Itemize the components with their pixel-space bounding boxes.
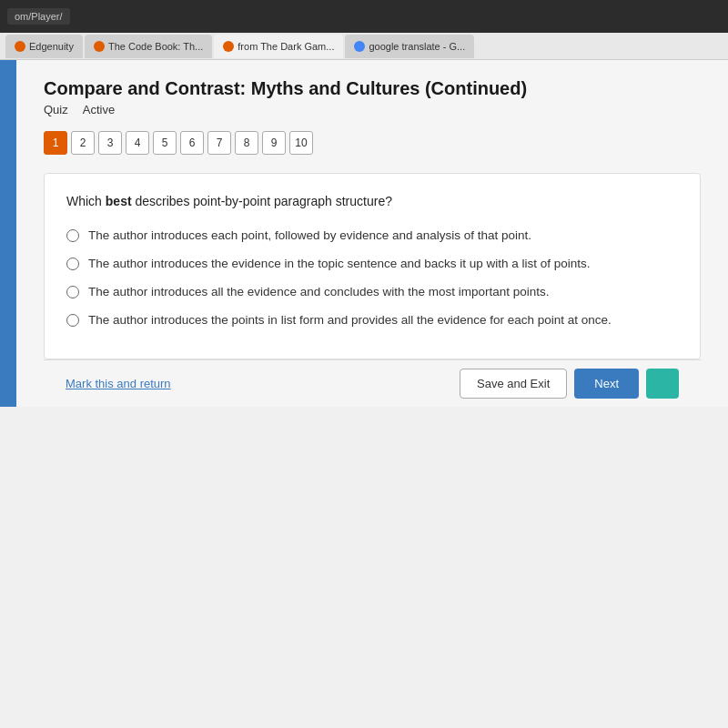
answer-option-1[interactable]: The author introduces each point, follow… [66,228,678,245]
edgenuity-icon [15,41,25,52]
radio-4[interactable] [66,314,79,327]
save-exit-button[interactable]: Save and Exit [460,369,567,399]
q-num-2[interactable]: 2 [71,131,95,155]
q-num-4[interactable]: 4 [126,131,149,155]
radio-1[interactable] [66,229,79,242]
footer-buttons: Save and Exit Next [460,369,679,399]
tab-edgenuity-label: Edgenuity [29,41,74,52]
quiz-title: Compare and Contrast: Myths and Cultures… [44,78,701,99]
tab-codebook[interactable]: The Code Book: Th... [85,35,212,58]
tab-google[interactable]: google translate - G... [345,35,474,58]
main-layout: Compare and Contrast: Myths and Cultures… [0,60,728,407]
answer-option-3[interactable]: The author introduces all the evidence a… [66,284,678,301]
radio-2[interactable] [66,258,79,270]
question-numbers: 1 2 3 4 5 6 7 8 9 10 [44,131,701,155]
teal-button[interactable] [646,369,679,399]
q-num-8[interactable]: 8 [235,131,258,155]
darkgam-icon [223,41,234,52]
answer-text-2: The author introduces the evidence in th… [88,256,591,273]
answer-text-1: The author introduces each point, follow… [88,228,531,245]
answer-text-4: The author introduces the points in list… [88,312,612,329]
tab-darkgam-label: from The Dark Gam... [238,41,334,52]
codebook-icon [94,41,105,52]
q-num-3[interactable]: 3 [98,131,122,155]
browser-bar: om/Player/ [0,0,728,33]
question-text: Which best describes point-by-point para… [66,192,678,211]
quiz-type-label: Quiz [44,103,68,116]
quiz-subtitle: Quiz Active [44,103,701,116]
tab-edgenuity[interactable]: Edgenuity [5,35,83,58]
tabs-bar: Edgenuity The Code Book: Th... from The … [0,33,728,60]
google-icon [354,41,365,52]
url-bar: om/Player/ [7,8,70,25]
left-nav [0,60,16,407]
question-box: Which best describes point-by-point para… [44,173,701,359]
q-num-7[interactable]: 7 [207,131,231,155]
q-num-9[interactable]: 9 [262,131,286,155]
answer-option-4[interactable]: The author introduces the points in list… [66,312,678,329]
tab-darkgam[interactable]: from The Dark Gam... [214,35,343,58]
q-num-5[interactable]: 5 [153,131,177,155]
quiz-container: Compare and Contrast: Myths and Cultures… [16,60,728,407]
footer-bar: Mark this and return Save and Exit Next [44,359,701,407]
answer-option-2[interactable]: The author introduces the evidence in th… [66,256,678,273]
q-num-6[interactable]: 6 [180,131,204,155]
q-num-10[interactable]: 10 [289,131,313,155]
radio-3[interactable] [66,286,79,298]
tab-google-label: google translate - G... [369,41,465,52]
question-text-post: describes point-by-point paragraph struc… [132,194,392,208]
tab-codebook-label: The Code Book: Th... [108,41,203,52]
quiz-status-label: Active [83,103,115,116]
question-bold: best [106,194,132,208]
q-num-1[interactable]: 1 [44,131,67,155]
answer-text-3: The author introduces all the evidence a… [88,284,550,301]
mark-return-link[interactable]: Mark this and return [66,377,171,390]
next-button[interactable]: Next [574,369,639,399]
